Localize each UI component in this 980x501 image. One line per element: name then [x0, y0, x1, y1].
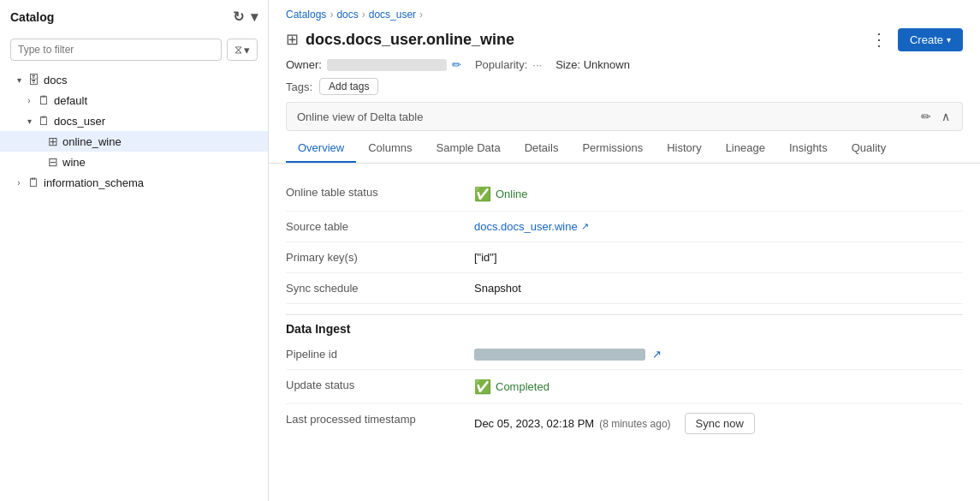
more-options-button[interactable]: ⋮: [865, 27, 893, 51]
tree-item-information-schema[interactable]: › 🗒 information_schema: [0, 172, 268, 193]
tree-label-information-schema: information_schema: [44, 176, 144, 189]
source-value: docs.docs_user.wine ↗: [474, 220, 963, 233]
primary-key-label: Primary key(s): [286, 251, 474, 264]
source-table-row: Source table docs.docs_user.wine ↗: [286, 212, 963, 242]
schema-icon-default: 🗒: [38, 93, 50, 107]
breadcrumb-sep-3: ›: [419, 9, 423, 21]
completed-status: ✅ Completed: [474, 379, 549, 395]
popularity-block: Popularity: ···: [475, 58, 542, 71]
filter-icon: ⧖: [235, 43, 242, 57]
check-circle-icon: ✅: [474, 186, 491, 202]
catalog-tree: ▾ 🗄 docs › 🗒 default ▾ 🗒 docs_user ⊞ onl…: [0, 66, 268, 501]
status-row: Online table status ✅ Online: [286, 177, 963, 212]
sidebar: Catalog ↻ ▾ ⧖ ▾ ▾ 🗄 docs › 🗒 default ▾ 🗒…: [0, 0, 269, 501]
timestamp-text: Dec 05, 2023, 02:18 PM: [474, 417, 594, 430]
toggle-docs[interactable]: ▾: [10, 75, 27, 85]
edit-owner-icon[interactable]: ✏: [452, 58, 461, 71]
sync-schedule-label: Sync schedule: [286, 282, 474, 295]
status-value: ✅ Online: [474, 186, 963, 202]
sync-schedule-value: Snapshot: [474, 282, 963, 295]
status-label: Online table status: [286, 186, 474, 199]
tab-history[interactable]: History: [655, 134, 713, 163]
toggle-default[interactable]: ›: [21, 96, 38, 105]
title-left: ⊞ docs.docs_user.online_wine: [286, 30, 514, 49]
delta-banner-actions: ✏ ∧: [919, 110, 952, 123]
meta-bar: Owner: ✏ Popularity: ··· Size: Unknown: [269, 57, 980, 76]
owner-block: Owner: ✏: [286, 58, 461, 71]
breadcrumb: Catalogs › docs › docs_user ›: [269, 0, 980, 24]
size-block: Size: Unknown: [555, 58, 630, 71]
tab-insights[interactable]: Insights: [777, 134, 840, 163]
pipeline-id-value: ↗: [474, 348, 963, 361]
tree-item-online-wine[interactable]: ⊞ online_wine: [0, 131, 268, 152]
sidebar-header-actions: ↻ ▾: [233, 9, 258, 25]
tags-bar: Tags: Add tags: [269, 76, 980, 102]
online-table-title-icon: ⊞: [286, 30, 299, 49]
delta-banner-text: Online view of Delta table: [297, 110, 423, 123]
tab-lineage[interactable]: Lineage: [714, 134, 777, 163]
tab-overview[interactable]: Overview: [286, 134, 356, 163]
sidebar-title: Catalog: [10, 10, 54, 24]
tabs-bar: Overview Columns Sample Data Details Per…: [269, 134, 980, 164]
schema-icon-information: 🗒: [27, 176, 39, 189]
title-bar: ⊞ docs.docs_user.online_wine ⋮ Create ▾: [269, 24, 980, 57]
completed-text: Completed: [496, 380, 549, 393]
online-table-icon: ⊞: [48, 134, 58, 148]
owner-label: Owner:: [286, 58, 322, 71]
external-link-icon: ↗: [581, 221, 589, 232]
pipeline-external-icon[interactable]: ↗: [652, 348, 662, 361]
main-panel: Catalogs › docs › docs_user › ⊞ docs.doc…: [269, 0, 980, 501]
primary-key-value: ["id"]: [474, 251, 963, 264]
edit-delta-button[interactable]: ✏: [919, 110, 933, 123]
tab-details[interactable]: Details: [513, 134, 571, 163]
data-ingest-heading: Data Ingest: [286, 314, 963, 336]
breadcrumb-sep-2: ›: [362, 9, 365, 21]
collapse-delta-button[interactable]: ∧: [940, 110, 952, 123]
breadcrumb-catalogs[interactable]: Catalogs: [286, 9, 326, 21]
pipeline-id-row: Pipeline id ↗: [286, 339, 963, 370]
tree-item-default[interactable]: › 🗒 default: [0, 90, 268, 110]
source-table-link[interactable]: docs.docs_user.wine ↗: [474, 220, 589, 233]
timestamp-label: Last processed timestamp: [286, 413, 474, 426]
breadcrumb-docs-user[interactable]: docs_user: [369, 9, 416, 21]
breadcrumb-docs[interactable]: docs: [336, 9, 358, 21]
tree-label-docs: docs: [44, 74, 67, 86]
completed-check-icon: ✅: [474, 379, 491, 395]
overview-content: Online table status ✅ Online Source tabl…: [269, 164, 980, 501]
tree-label-wine: wine: [62, 156, 86, 169]
toggle-docs-user[interactable]: ▾: [21, 116, 38, 126]
collapse-icon[interactable]: ▾: [251, 9, 258, 25]
filter-button[interactable]: ⧖ ▾: [227, 39, 258, 61]
timestamp-value: Dec 05, 2023, 02:18 PM (8 minutes ago) S…: [474, 413, 963, 434]
source-label: Source table: [286, 220, 474, 233]
tree-item-wine[interactable]: ⊟ wine: [0, 152, 268, 172]
tree-label-online-wine: online_wine: [62, 135, 122, 148]
tab-columns[interactable]: Columns: [356, 134, 424, 163]
primary-key-row: Primary key(s) ["id"]: [286, 242, 963, 273]
timestamp-muted: (8 minutes ago): [599, 418, 670, 430]
tags-label: Tags:: [286, 81, 312, 93]
filter-chevron-icon: ▾: [244, 44, 250, 57]
create-button[interactable]: Create ▾: [898, 28, 963, 51]
create-chevron-icon: ▾: [947, 35, 951, 45]
create-label: Create: [910, 33, 943, 46]
schema-icon-docs-user: 🗒: [38, 114, 50, 128]
tab-sample-data[interactable]: Sample Data: [424, 134, 512, 163]
primary-key-text: ["id"]: [474, 251, 497, 264]
pipeline-id-label: Pipeline id: [286, 348, 474, 361]
tab-quality[interactable]: Quality: [840, 134, 898, 163]
update-status-label: Update status: [286, 379, 474, 391]
tab-permissions[interactable]: Permissions: [570, 134, 655, 163]
pipeline-id-bar: [474, 349, 645, 361]
tree-item-docs-user[interactable]: ▾ 🗒 docs_user: [0, 110, 268, 131]
popularity-label: Popularity:: [475, 58, 527, 71]
sync-schedule-text: Snapshot: [474, 282, 521, 295]
toggle-information-schema[interactable]: ›: [10, 178, 27, 188]
refresh-icon[interactable]: ↻: [233, 9, 244, 25]
tree-label-docs-user: docs_user: [54, 115, 105, 128]
source-table-text: docs.docs_user.wine: [474, 220, 578, 233]
add-tags-button[interactable]: Add tags: [319, 78, 378, 95]
filter-input[interactable]: [10, 39, 222, 61]
tree-item-docs[interactable]: ▾ 🗄 docs: [0, 69, 268, 90]
sync-now-button[interactable]: Sync now: [685, 413, 755, 434]
